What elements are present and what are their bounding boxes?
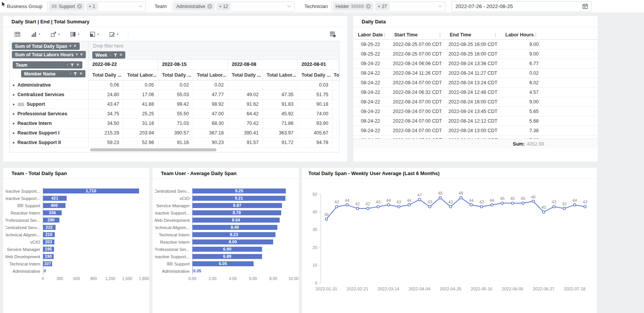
bar[interactable]: 400 (43, 203, 66, 208)
remove-icon[interactable]: ✕ (79, 72, 82, 75)
data-point[interactable] (346, 204, 348, 206)
bar[interactable]: 8.00 (192, 239, 273, 244)
sort-desc-icon[interactable]: ↓ (110, 53, 111, 57)
chip-remove-icon[interactable]: ✕ (77, 4, 82, 9)
data-point[interactable] (480, 205, 483, 208)
data-point[interactable] (356, 207, 359, 210)
column-header-start-time[interactable]: Start Time⋮ (390, 30, 445, 39)
bar[interactable]: 8.23 (192, 232, 275, 237)
bar[interactable]: 421 (43, 196, 67, 201)
data-point[interactable] (325, 218, 328, 220)
row-expander-icon[interactable]: ▸ (13, 83, 15, 87)
bar[interactable]: 195 (43, 247, 54, 252)
bar[interactable]: 1,710 (43, 188, 139, 193)
row-expander-icon[interactable]: ▸ (13, 141, 15, 144)
data-point[interactable] (470, 204, 472, 206)
bar[interactable]: 6.89 (192, 254, 262, 259)
filter-chip[interactable]: + 12 (216, 3, 231, 10)
remove-icon[interactable]: ✕ (76, 63, 79, 67)
toolbar-button-field-chooser[interactable] (328, 30, 338, 39)
remove-icon[interactable]: ✕ (120, 53, 123, 57)
column-group-header[interactable]: 2022-08-15 (158, 60, 228, 69)
sort-asc-icon[interactable]: ↑ (70, 72, 72, 75)
column-subheader[interactable]: Total Labor... (123, 70, 158, 80)
date-range-input[interactable]: 2022-07-26 - 2022-08-25 (451, 1, 592, 12)
column-subheader[interactable]: Total Daily ... (228, 70, 263, 80)
bar[interactable]: 290 (43, 218, 59, 223)
data-point[interactable] (511, 202, 514, 204)
caret-down-icon[interactable]: ▾ (78, 33, 79, 36)
bar[interactable]: 190 (43, 254, 54, 259)
bar[interactable]: 8.64 (192, 218, 280, 223)
bar[interactable]: 222 (43, 225, 56, 230)
data-point[interactable] (387, 204, 390, 206)
filter-chip[interactable]: Helder✕ (333, 3, 374, 10)
measure-chip[interactable]: Sum of Total Daily Span▾✕ (12, 43, 80, 50)
bar[interactable]: 203 (43, 239, 54, 244)
calendar-icon[interactable] (582, 3, 588, 9)
column-subheader[interactable]: Total Labor... (193, 70, 228, 80)
technician-select[interactable]: Helder✕+ 27 (331, 2, 446, 11)
row-field-chip[interactable]: Team↑✕ (13, 61, 82, 69)
data-point[interactable] (501, 202, 503, 204)
data-point[interactable] (439, 197, 441, 199)
row-expander-icon[interactable]: ▸ (13, 131, 15, 135)
team-select[interactable]: Administrative✕+ 12 (172, 2, 295, 11)
filter-chip[interactable]: + 27 (375, 3, 390, 10)
data-point[interactable] (408, 204, 410, 206)
caret-down-icon[interactable]: ▾ (76, 53, 78, 56)
bar[interactable]: 6.90 (192, 247, 262, 252)
data-point[interactable] (418, 198, 421, 201)
filter-chip[interactable]: Administrative✕ (174, 3, 215, 10)
data-point[interactable] (532, 200, 534, 202)
column-header-end-time[interactable]: End Time⋮ (445, 30, 501, 39)
column-menu-icon[interactable]: ⋮ (493, 30, 498, 40)
bar[interactable]: 8.78 (192, 210, 281, 215)
column-menu-icon[interactable]: ⋮ (438, 30, 442, 40)
filter-chip[interactable]: Support✕ (49, 3, 85, 10)
bar[interactable]: 210 (43, 232, 55, 237)
row-expander-icon[interactable]: ▸ (13, 121, 15, 125)
bar[interactable]: 9.25 (192, 188, 286, 193)
scrollbar-thumb[interactable] (90, 148, 216, 151)
bar[interactable]: 9.21 (192, 196, 285, 201)
data-point[interactable] (429, 205, 431, 208)
measure-chip[interactable]: Sum of Total Labors Hours▾✕ (12, 51, 86, 58)
data-point[interactable] (449, 205, 452, 208)
data-point[interactable] (563, 207, 565, 210)
row-field-chip[interactable]: Member Name↑✕ (21, 70, 85, 77)
row-expander-icon[interactable]: ▸ (13, 112, 15, 116)
caret-down-icon[interactable]: ▾ (117, 33, 118, 36)
drop-filter-zone[interactable]: Drop filter here (88, 41, 339, 51)
column-group-header[interactable]: 2022-08-22 (88, 60, 158, 69)
column-subheader[interactable]: Total Daily ... (88, 70, 123, 80)
column-field-chip[interactable]: Week↓✕ (92, 51, 125, 59)
caret-down-icon[interactable]: ▾ (58, 33, 60, 36)
data-point[interactable] (460, 197, 462, 199)
bar[interactable]: 8.40 (192, 225, 277, 230)
caret-down-icon[interactable]: ▾ (97, 33, 99, 36)
row-expander-icon[interactable]: ▸ (13, 102, 15, 106)
chevron-down-icon[interactable] (438, 5, 442, 8)
bar[interactable]: 8.87 (192, 203, 282, 208)
filter-funnel-icon[interactable] (114, 54, 117, 57)
row-expander-icon[interactable]: ▸ (13, 93, 15, 97)
data-point[interactable] (522, 202, 524, 204)
data-point[interactable] (336, 205, 338, 208)
toolbar-button-table-view[interactable] (12, 30, 23, 39)
chip-remove-icon[interactable]: ✕ (207, 4, 212, 9)
horizontal-scrollbar[interactable] (10, 147, 339, 152)
remove-icon[interactable]: ✕ (80, 53, 83, 56)
caret-down-icon[interactable]: ▾ (39, 33, 40, 36)
filter-funnel-icon[interactable] (74, 72, 77, 75)
data-point[interactable] (377, 205, 379, 208)
filter-chip[interactable]: + 1 (86, 3, 98, 10)
toolbar-button-edit[interactable]: ▾ (107, 30, 120, 39)
data-point[interactable] (584, 205, 586, 208)
sort-asc-icon[interactable]: ↑ (67, 63, 69, 67)
toolbar-button-export[interactable]: ▾ (48, 30, 62, 39)
data-point[interactable] (398, 205, 400, 208)
data-point[interactable] (367, 207, 369, 210)
column-subheader[interactable]: Total Labor... (263, 70, 298, 80)
filter-funnel-icon[interactable] (70, 64, 74, 67)
